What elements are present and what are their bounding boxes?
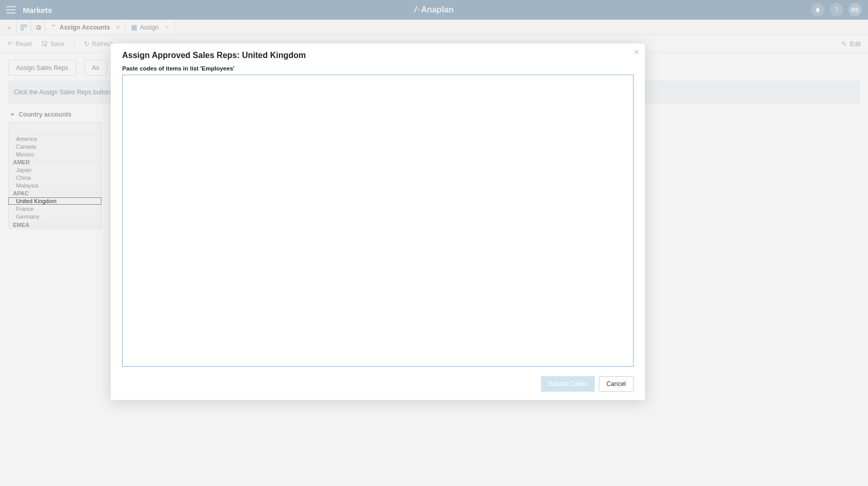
codes-textarea[interactable] <box>122 75 634 367</box>
grid-country-row[interactable]: United Kingdom <box>9 197 101 205</box>
modal-subtitle: Paste codes of items in list 'Employees' <box>122 65 634 72</box>
close-icon[interactable]: × <box>634 48 639 57</box>
grid-row-label: United Kingdom <box>9 198 101 204</box>
modal-actions: Submit Codes Cancel <box>122 367 634 392</box>
assign-reps-modal: × Assign Approved Sales Reps: United Kin… <box>111 44 645 400</box>
cancel-button[interactable]: Cancel <box>599 376 634 392</box>
modal-title: Assign Approved Sales Reps: United Kingd… <box>122 51 634 60</box>
submit-codes-button[interactable]: Submit Codes <box>541 376 594 392</box>
